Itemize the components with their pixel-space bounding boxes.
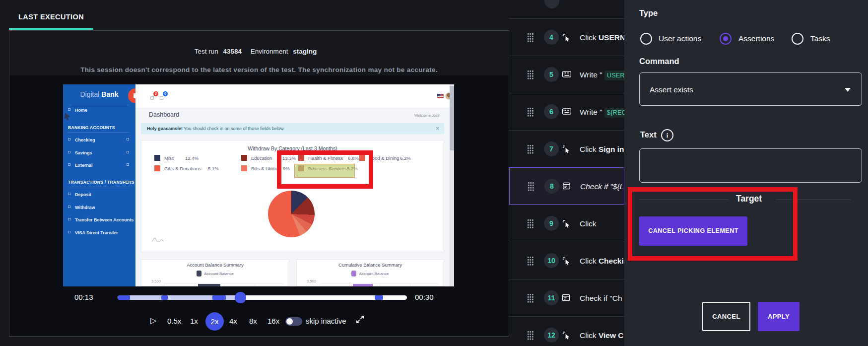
test-step-5[interactable]: 5 Write " USERNAME xyxy=(509,56,624,93)
drag-handle-icon[interactable] xyxy=(527,219,534,228)
legend-swatch xyxy=(359,155,365,161)
last-execution-tab[interactable]: LAST EXECUTION xyxy=(18,13,84,21)
test-step-8-selected[interactable]: 8 Check if "${L xyxy=(509,167,624,205)
cumulative-balance-bar xyxy=(353,284,373,286)
drag-handle-icon[interactable] xyxy=(527,33,534,42)
test-step-10[interactable]: 10 Click Checking xyxy=(509,242,624,279)
chart-title: Withdraw By Category (Last 3 Months) xyxy=(141,145,444,151)
bar-plot-area xyxy=(164,283,284,286)
drag-handle-icon[interactable] xyxy=(527,144,534,154)
account-balance-card: Account Balance Summary Account Balance … xyxy=(141,259,289,286)
drag-handle-icon[interactable] xyxy=(527,331,534,340)
nav-bullet-icon xyxy=(68,151,70,153)
red-count-badge: 2 xyxy=(153,91,158,96)
step-label: Click Checking xyxy=(580,242,624,279)
test-step-12[interactable]: 12 Click View C xyxy=(509,316,624,346)
nav-withdraw[interactable]: Withdraw xyxy=(75,205,95,210)
nav-visa-direct-transfer[interactable]: VISA Direct Transfer xyxy=(75,230,118,235)
test-run-value: 43584 xyxy=(223,48,242,55)
radio-tasks[interactable] xyxy=(792,33,803,45)
test-step-7[interactable]: 7 Click Sign in xyxy=(509,130,624,167)
test-step-9[interactable]: 9 Click xyxy=(509,205,624,242)
step-label: Write " USERNAME xyxy=(580,56,624,93)
sidebar-divider xyxy=(68,187,130,187)
step-3-partial xyxy=(544,0,559,8)
radio-tasks-label[interactable]: Tasks xyxy=(810,34,830,43)
speed-16x[interactable]: 16x xyxy=(267,317,279,325)
account-balance-bar xyxy=(198,284,220,286)
axis-tick-label: 3,500 xyxy=(151,279,161,283)
radio-user-actions-label[interactable]: User actions xyxy=(659,34,701,43)
environment-value: staging xyxy=(293,48,317,55)
speed-4x[interactable]: 4x xyxy=(229,317,237,325)
card-legend: Account Balance xyxy=(297,271,444,277)
nav-savings[interactable]: Savings xyxy=(75,150,92,155)
legend-swatch xyxy=(241,155,247,161)
bank-logo: Digital Bank xyxy=(63,90,135,98)
target-label: Target xyxy=(736,194,762,204)
nav-bullet-icon xyxy=(68,193,70,195)
nav-expand-icon[interactable] xyxy=(127,163,129,166)
timeline-marker[interactable] xyxy=(375,295,383,300)
scrollbar-thumb[interactable] xyxy=(450,86,454,150)
text-label: Text xyxy=(640,130,657,139)
click-icon xyxy=(562,331,571,340)
amcharts-logo-icon xyxy=(151,237,164,242)
test-step-4[interactable]: 4 Click USERNAME xyxy=(509,18,624,56)
keyboard-icon xyxy=(562,70,571,79)
step-number: 8 xyxy=(544,179,559,194)
speed-1x[interactable]: 1x xyxy=(190,317,198,325)
nav-expand-icon[interactable] xyxy=(127,138,129,140)
skip-inactive-toggle[interactable] xyxy=(285,317,302,326)
nav-checking[interactable]: Checking xyxy=(75,138,95,142)
nav-bullet-icon xyxy=(68,231,70,233)
test-step-11[interactable]: 11 Check if "Ch xyxy=(509,279,624,316)
nav-home[interactable]: Home xyxy=(75,108,87,113)
extension-icon xyxy=(160,96,163,100)
drag-handle-icon[interactable] xyxy=(527,107,534,117)
play-button[interactable]: ▷ xyxy=(150,316,156,325)
cancel-button[interactable]: CANCEL xyxy=(702,302,750,331)
timeline-track[interactable] xyxy=(118,295,407,300)
nav-expand-icon[interactable] xyxy=(127,151,129,153)
drag-handle-icon[interactable] xyxy=(527,256,534,266)
click-icon xyxy=(562,145,571,154)
fullscreen-icon[interactable] xyxy=(355,315,365,324)
speed-8x[interactable]: 8x xyxy=(249,317,257,325)
site-scrollbar[interactable] xyxy=(450,84,454,286)
timeline-marker[interactable] xyxy=(212,295,226,300)
test-run-label: Test run xyxy=(195,48,218,55)
command-select[interactable]: Assert exists xyxy=(639,72,862,106)
language-flag-icon[interactable] xyxy=(437,94,444,98)
step-label: Click View C xyxy=(580,317,624,346)
drag-handle-icon[interactable] xyxy=(527,293,534,303)
total-time: 00:30 xyxy=(415,293,434,301)
drag-handle-icon[interactable] xyxy=(528,182,534,191)
timeline-marker[interactable] xyxy=(118,295,130,300)
text-input[interactable] xyxy=(639,148,862,183)
keyboard-icon xyxy=(562,108,571,117)
nav-external[interactable]: External xyxy=(75,163,93,168)
test-step-6[interactable]: 6 Write " ${RECIPIENT xyxy=(509,93,624,130)
speed-0.5x[interactable]: 0.5x xyxy=(167,317,181,325)
nav-transfer-between-accounts[interactable]: Transfer Between Accounts xyxy=(75,217,134,222)
alert-close-icon[interactable]: × xyxy=(436,123,439,134)
nav-deposit[interactable]: Deposit xyxy=(75,192,91,197)
timeline-marker[interactable] xyxy=(161,295,168,300)
bank-sidebar: Digital Bank Home BANKING ACCOUNTS Check… xyxy=(63,84,135,286)
variable-badge: ${RECIPIENT xyxy=(604,108,624,118)
speed-2x-active[interactable]: 2x xyxy=(205,312,224,331)
environment-label: Environment xyxy=(251,48,288,55)
apply-button[interactable]: APPLY xyxy=(758,302,800,331)
step-number: 6 xyxy=(544,104,559,119)
command-value: Assert exists xyxy=(650,73,693,106)
radio-user-actions[interactable] xyxy=(640,33,652,45)
cancel-picking-element-button[interactable]: CANCEL PICKING ELEMENT xyxy=(639,216,747,246)
picker-cursor-icon xyxy=(64,112,71,121)
radio-assertions-selected[interactable] xyxy=(720,33,732,45)
radio-assertions-label[interactable]: Assertions xyxy=(738,34,774,43)
drag-handle-icon[interactable] xyxy=(527,70,534,79)
timeline-scrubber[interactable] xyxy=(235,292,246,303)
step-number: 11 xyxy=(544,290,559,305)
info-icon[interactable]: i xyxy=(661,129,673,141)
